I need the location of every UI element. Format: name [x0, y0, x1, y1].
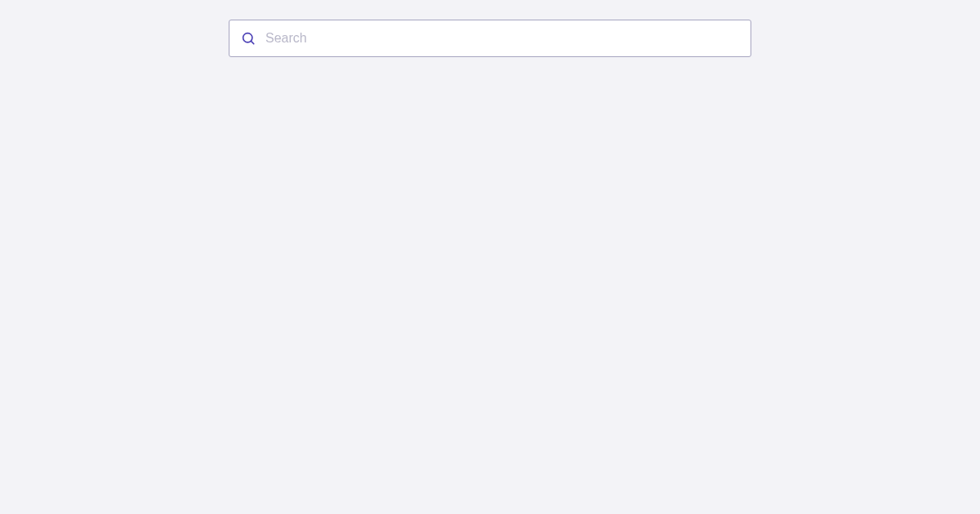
search-input[interactable] [265, 20, 739, 56]
svg-line-1 [251, 41, 253, 43]
search-icon [241, 31, 256, 46]
search-box[interactable] [229, 20, 751, 57]
